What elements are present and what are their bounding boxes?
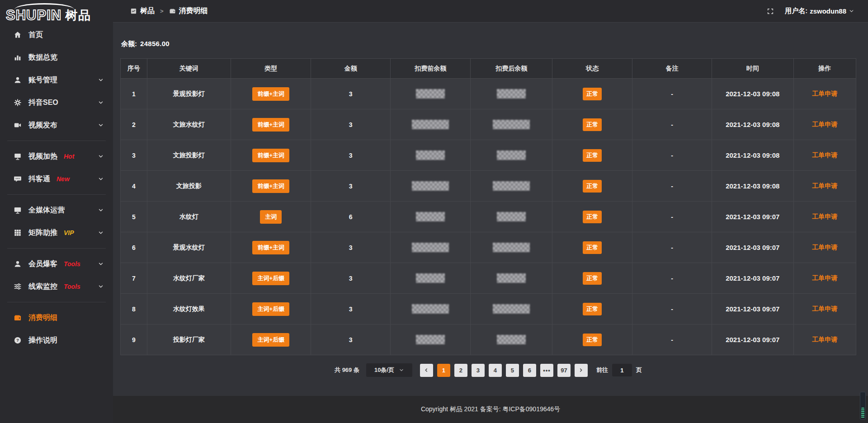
ticket-apply-link[interactable]: 工单申请 <box>812 182 837 189</box>
table-row: 6景观水纹灯前缀+主词3正常-2021-12-03 09:07工单申请 <box>121 232 856 263</box>
masked-value <box>412 304 449 314</box>
cell-index: 7 <box>121 263 147 294</box>
sidebar-item-heat[interactable]: 视频加热Hot <box>0 145 113 168</box>
cell-note: - <box>632 171 712 202</box>
page-button-1[interactable]: 1 <box>437 364 450 377</box>
fullscreen-icon[interactable] <box>767 8 774 15</box>
cell-note: - <box>632 232 712 263</box>
page-button-2[interactable]: 2 <box>454 364 467 377</box>
masked-value <box>497 89 526 99</box>
pagination-total: 共 969 条 <box>335 366 359 374</box>
sidebar-item-label: 线索监控 <box>28 282 57 291</box>
goto-page-input[interactable] <box>612 364 632 376</box>
scroll-indicator-stripes <box>861 408 864 418</box>
sidebar-item-media[interactable]: 全媒体运营 <box>0 199 113 221</box>
page-button-6[interactable]: 6 <box>523 364 536 377</box>
cell-status: 正常 <box>552 202 632 232</box>
type-badge: 主词 <box>260 210 282 224</box>
page-button-3[interactable]: 3 <box>472 364 485 377</box>
cell-status: 正常 <box>552 263 632 294</box>
cell-keyword: 景观水纹灯 <box>147 232 231 263</box>
cell-type: 前缀+主词 <box>231 232 311 263</box>
chevron-down-icon <box>399 367 404 373</box>
ticket-apply-link[interactable]: 工单申请 <box>812 121 837 128</box>
column-header: 时间 <box>712 59 794 79</box>
cell-status: 正常 <box>552 232 632 263</box>
page-buttons: 123456•••97 <box>437 364 571 377</box>
svg-text:?: ? <box>16 338 19 343</box>
column-header: 金额 <box>311 59 391 79</box>
cell-balance-before <box>391 171 471 202</box>
cell-time: 2021-12-03 09:07 <box>712 202 794 232</box>
sidebar-item-label: 会员爆客 <box>28 259 57 269</box>
column-header: 类型 <box>231 59 311 79</box>
cell-note: - <box>632 263 712 294</box>
cell-action: 工单申请 <box>793 263 856 294</box>
ticket-apply-link[interactable]: 工单申请 <box>812 151 837 159</box>
cell-keyword: 水纹灯效果 <box>147 294 231 324</box>
masked-value <box>416 273 445 283</box>
chat-icon <box>14 175 22 183</box>
masked-value <box>493 243 530 252</box>
cell-time: 2021-12-03 09:07 <box>712 324 794 355</box>
page-size-select[interactable]: 10条/页 <box>366 363 412 377</box>
status-badge: 正常 <box>583 211 602 223</box>
cell-balance-before <box>391 140 471 171</box>
sidebar-item-matrix[interactable]: 矩阵助推VIP <box>0 221 113 244</box>
ticket-apply-link[interactable]: 工单申请 <box>812 336 837 343</box>
type-badge: 前缀+主词 <box>252 179 289 193</box>
cell-index: 2 <box>121 109 147 140</box>
more-pages-button[interactable]: ••• <box>540 364 553 377</box>
column-header: 序号 <box>121 59 147 79</box>
page-button-97[interactable]: 97 <box>557 364 571 377</box>
cell-balance-before <box>391 263 471 294</box>
cell-amount: 3 <box>311 109 391 140</box>
sidebar-item-label: 视频加热 <box>28 152 57 161</box>
ticket-apply-link[interactable]: 工单申请 <box>812 244 837 251</box>
breadcrumb-item[interactable]: 消费明细 <box>169 6 208 16</box>
ticket-apply-link[interactable]: 工单申请 <box>812 213 837 220</box>
sidebar-item-overview[interactable]: 数据总览 <box>0 46 113 69</box>
table-row: 8水纹灯效果主词+后缀3正常-2021-12-03 09:07工单申请 <box>121 294 856 324</box>
prev-page-button[interactable] <box>420 364 433 377</box>
cell-type: 前缀+主词 <box>231 109 311 140</box>
cell-keyword: 文旅投影 <box>147 171 231 202</box>
sidebar-item-member[interactable]: 会员爆客Tools <box>0 253 113 275</box>
sidebar-item-help[interactable]: ?操作说明 <box>0 329 113 352</box>
sidebar-item-account[interactable]: 账号管理 <box>0 69 113 91</box>
breadcrumb-item[interactable]: 树品 <box>130 6 155 16</box>
topbar-right: 用户名: zswodun88 <box>767 7 854 15</box>
sidebar-item-consume[interactable]: 消费明细 <box>0 306 113 329</box>
sidebar-item-home[interactable]: 首页 <box>0 24 113 46</box>
next-page-button[interactable] <box>575 364 588 377</box>
column-header: 状态 <box>552 59 632 79</box>
page-button-5[interactable]: 5 <box>506 364 519 377</box>
cell-status: 正常 <box>552 171 632 202</box>
cell-type: 主词+后缀 <box>231 294 311 324</box>
ticket-apply-link[interactable]: 工单申请 <box>812 305 837 312</box>
ticket-apply-link[interactable]: 工单申请 <box>812 90 837 97</box>
sidebar-item-douketong[interactable]: 抖客通New <box>0 168 113 190</box>
ticket-apply-link[interactable]: 工单申请 <box>812 274 837 282</box>
masked-value <box>493 120 530 129</box>
status-badge: 正常 <box>583 149 602 162</box>
dashboard-icon <box>130 8 137 14</box>
user-menu[interactable]: 用户名: zswodun88 <box>785 7 854 15</box>
sidebar-divider <box>7 194 106 195</box>
cell-time: 2021-12-03 09:07 <box>712 263 794 294</box>
masked-value <box>416 150 445 160</box>
masked-value <box>416 212 445 221</box>
sidebar-item-douyin-seo[interactable]: 抖音SEO <box>0 91 113 114</box>
goto-page: 前往 页 <box>596 364 642 376</box>
cell-status: 正常 <box>552 140 632 171</box>
cell-balance-after <box>471 263 552 294</box>
cell-time: 2021-12-03 09:08 <box>712 79 794 109</box>
sidebar-item-publish[interactable]: 视频发布 <box>0 114 113 136</box>
masked-value <box>412 120 449 129</box>
sidebar-item-label: 视频发布 <box>28 121 57 130</box>
sidebar-item-clue[interactable]: 线索监控Tools <box>0 275 113 298</box>
scroll-indicator[interactable] <box>860 392 866 420</box>
page-button-4[interactable]: 4 <box>489 364 502 377</box>
cell-balance-before <box>391 232 471 263</box>
table-row: 7水纹灯厂家主词+后缀3正常-2021-12-03 09:07工单申请 <box>121 263 856 294</box>
